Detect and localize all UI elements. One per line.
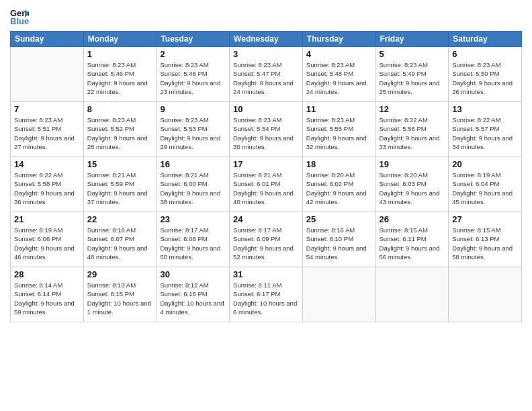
day-number: 6 xyxy=(452,49,518,59)
day-number: 23 xyxy=(160,214,226,224)
day-info: Sunrise: 8:21 AMSunset: 6:00 PMDaylight:… xyxy=(160,171,226,206)
day-number: 2 xyxy=(160,49,226,59)
weekday-header-monday: Monday xyxy=(83,32,157,47)
calendar-cell: 21Sunrise: 8:19 AMSunset: 6:06 PMDayligh… xyxy=(11,212,84,267)
calendar-cell: 2Sunrise: 8:23 AMSunset: 5:46 PMDaylight… xyxy=(157,47,230,102)
day-info: Sunrise: 8:23 AMSunset: 5:46 PMDaylight:… xyxy=(87,60,153,96)
calendar-cell: 1Sunrise: 8:23 AMSunset: 5:46 PMDaylight… xyxy=(83,47,157,102)
day-number: 5 xyxy=(380,49,445,59)
calendar-cell: 15Sunrise: 8:21 AMSunset: 5:59 PMDayligh… xyxy=(83,157,157,212)
calendar-cell: 28Sunrise: 8:14 AMSunset: 6:14 PMDayligh… xyxy=(11,267,84,322)
calendar-week-1: 1Sunrise: 8:23 AMSunset: 5:46 PMDaylight… xyxy=(11,47,522,102)
day-number: 7 xyxy=(14,104,80,114)
day-number: 4 xyxy=(306,49,372,59)
day-info: Sunrise: 8:12 AMSunset: 6:16 PMDaylight:… xyxy=(160,281,226,316)
calendar-cell: 26Sunrise: 8:15 AMSunset: 6:11 PMDayligh… xyxy=(375,212,449,267)
calendar-cell: 18Sunrise: 8:20 AMSunset: 6:02 PMDayligh… xyxy=(302,157,375,212)
day-number: 29 xyxy=(87,269,153,279)
day-info: Sunrise: 8:19 AMSunset: 6:04 PMDaylight:… xyxy=(452,171,518,206)
day-info: Sunrise: 8:17 AMSunset: 6:09 PMDaylight:… xyxy=(233,226,299,261)
calendar-cell xyxy=(449,267,522,322)
day-number: 14 xyxy=(14,159,80,169)
day-number: 12 xyxy=(380,104,445,114)
day-number: 11 xyxy=(306,104,372,114)
calendar-week-4: 21Sunrise: 8:19 AMSunset: 6:06 PMDayligh… xyxy=(11,212,522,267)
calendar-cell: 5Sunrise: 8:23 AMSunset: 5:49 PMDaylight… xyxy=(375,47,449,102)
calendar-cell xyxy=(11,47,84,102)
day-info: Sunrise: 8:23 AMSunset: 5:47 PMDaylight:… xyxy=(233,60,299,96)
calendar-week-2: 7Sunrise: 8:23 AMSunset: 5:51 PMDaylight… xyxy=(11,102,522,157)
day-number: 20 xyxy=(452,159,518,169)
day-number: 8 xyxy=(87,104,153,114)
calendar-cell: 17Sunrise: 8:21 AMSunset: 6:01 PMDayligh… xyxy=(230,157,303,212)
day-info: Sunrise: 8:14 AMSunset: 6:14 PMDaylight:… xyxy=(14,281,80,316)
calendar-cell: 19Sunrise: 8:20 AMSunset: 6:03 PMDayligh… xyxy=(375,157,449,212)
weekday-header-saturday: Saturday xyxy=(449,32,522,47)
day-number: 19 xyxy=(380,159,445,169)
day-number: 31 xyxy=(233,269,299,279)
day-number: 24 xyxy=(233,214,299,224)
calendar-cell: 25Sunrise: 8:16 AMSunset: 6:10 PMDayligh… xyxy=(302,212,375,267)
day-info: Sunrise: 8:15 AMSunset: 6:13 PMDaylight:… xyxy=(452,226,518,261)
day-info: Sunrise: 8:18 AMSunset: 6:07 PMDaylight:… xyxy=(87,226,153,261)
calendar-cell: 9Sunrise: 8:23 AMSunset: 5:53 PMDaylight… xyxy=(157,102,230,157)
day-info: Sunrise: 8:19 AMSunset: 6:06 PMDaylight:… xyxy=(14,226,80,261)
day-info: Sunrise: 8:23 AMSunset: 5:55 PMDaylight:… xyxy=(306,116,372,151)
calendar-cell: 12Sunrise: 8:22 AMSunset: 5:56 PMDayligh… xyxy=(375,102,449,157)
calendar-cell: 31Sunrise: 8:11 AMSunset: 6:17 PMDayligh… xyxy=(230,267,303,322)
weekday-header-row: SundayMondayTuesdayWednesdayThursdayFrid… xyxy=(11,32,522,47)
calendar-cell: 8Sunrise: 8:23 AMSunset: 5:52 PMDaylight… xyxy=(83,102,157,157)
calendar-cell: 13Sunrise: 8:22 AMSunset: 5:57 PMDayligh… xyxy=(449,102,522,157)
calendar-cell: 29Sunrise: 8:13 AMSunset: 6:15 PMDayligh… xyxy=(83,267,157,322)
calendar-cell: 16Sunrise: 8:21 AMSunset: 6:00 PMDayligh… xyxy=(157,157,230,212)
day-number: 21 xyxy=(14,214,80,224)
calendar-cell: 4Sunrise: 8:23 AMSunset: 5:48 PMDaylight… xyxy=(302,47,375,102)
day-info: Sunrise: 8:22 AMSunset: 5:56 PMDaylight:… xyxy=(380,116,445,151)
logo: General Blue xyxy=(10,7,32,26)
day-number: 15 xyxy=(87,159,153,169)
day-info: Sunrise: 8:23 AMSunset: 5:54 PMDaylight:… xyxy=(233,116,299,151)
day-info: Sunrise: 8:21 AMSunset: 5:59 PMDaylight:… xyxy=(87,171,153,206)
day-number: 22 xyxy=(87,214,153,224)
weekday-header-tuesday: Tuesday xyxy=(157,32,230,47)
day-number: 13 xyxy=(452,104,518,114)
calendar-table: SundayMondayTuesdayWednesdayThursdayFrid… xyxy=(10,31,522,322)
day-info: Sunrise: 8:21 AMSunset: 6:01 PMDaylight:… xyxy=(233,171,299,206)
day-info: Sunrise: 8:23 AMSunset: 5:48 PMDaylight:… xyxy=(306,60,372,96)
weekday-header-wednesday: Wednesday xyxy=(230,32,303,47)
svg-text:Blue: Blue xyxy=(10,16,29,26)
day-info: Sunrise: 8:17 AMSunset: 6:08 PMDaylight:… xyxy=(160,226,226,261)
day-number: 26 xyxy=(380,214,445,224)
day-number: 16 xyxy=(160,159,226,169)
day-number: 27 xyxy=(452,214,518,224)
calendar-cell: 11Sunrise: 8:23 AMSunset: 5:55 PMDayligh… xyxy=(302,102,375,157)
calendar-cell: 10Sunrise: 8:23 AMSunset: 5:54 PMDayligh… xyxy=(230,102,303,157)
calendar-cell: 6Sunrise: 8:23 AMSunset: 5:50 PMDaylight… xyxy=(449,47,522,102)
calendar-cell: 22Sunrise: 8:18 AMSunset: 6:07 PMDayligh… xyxy=(83,212,157,267)
calendar-cell: 14Sunrise: 8:22 AMSunset: 5:58 PMDayligh… xyxy=(11,157,84,212)
day-number: 3 xyxy=(233,49,299,59)
calendar-cell: 30Sunrise: 8:12 AMSunset: 6:16 PMDayligh… xyxy=(157,267,230,322)
day-info: Sunrise: 8:13 AMSunset: 6:15 PMDaylight:… xyxy=(87,281,153,316)
calendar-cell: 7Sunrise: 8:23 AMSunset: 5:51 PMDaylight… xyxy=(11,102,84,157)
calendar-cell: 20Sunrise: 8:19 AMSunset: 6:04 PMDayligh… xyxy=(449,157,522,212)
page: General Blue SundayMondayTuesdayWednesda… xyxy=(0,0,532,411)
day-info: Sunrise: 8:23 AMSunset: 5:51 PMDaylight:… xyxy=(14,116,80,151)
calendar-cell xyxy=(375,267,449,322)
day-info: Sunrise: 8:20 AMSunset: 6:03 PMDaylight:… xyxy=(380,171,445,206)
day-info: Sunrise: 8:23 AMSunset: 5:52 PMDaylight:… xyxy=(87,116,153,151)
day-number: 30 xyxy=(160,269,226,279)
calendar-week-3: 14Sunrise: 8:22 AMSunset: 5:58 PMDayligh… xyxy=(11,157,522,212)
weekday-header-thursday: Thursday xyxy=(302,32,375,47)
day-info: Sunrise: 8:23 AMSunset: 5:49 PMDaylight:… xyxy=(380,60,445,96)
day-info: Sunrise: 8:11 AMSunset: 6:17 PMDaylight:… xyxy=(233,281,299,316)
day-number: 9 xyxy=(160,104,226,114)
day-info: Sunrise: 8:23 AMSunset: 5:53 PMDaylight:… xyxy=(160,116,226,151)
weekday-header-sunday: Sunday xyxy=(11,32,84,47)
weekday-header-friday: Friday xyxy=(375,32,449,47)
header: General Blue xyxy=(10,7,522,26)
day-number: 18 xyxy=(306,159,372,169)
day-info: Sunrise: 8:16 AMSunset: 6:10 PMDaylight:… xyxy=(306,226,372,261)
day-number: 25 xyxy=(306,214,372,224)
day-info: Sunrise: 8:23 AMSunset: 5:50 PMDaylight:… xyxy=(452,60,518,96)
